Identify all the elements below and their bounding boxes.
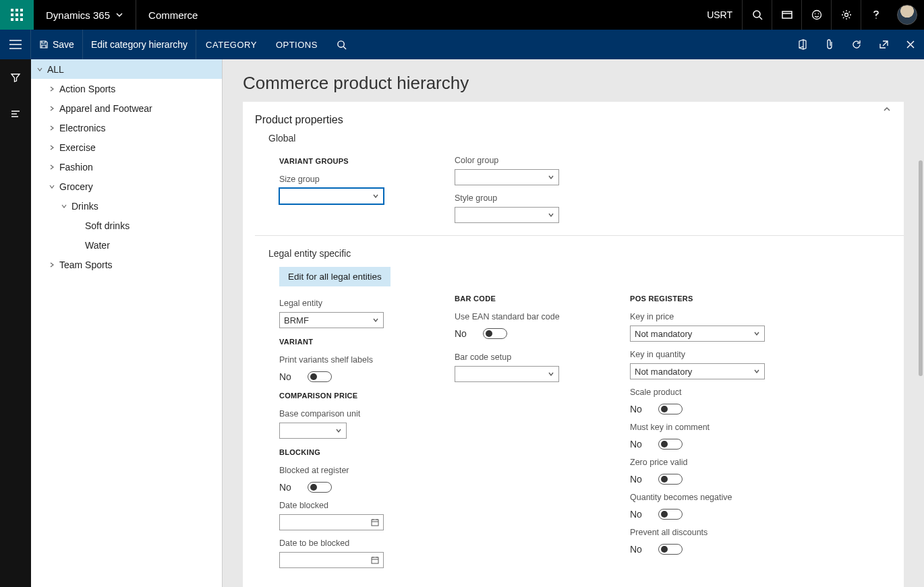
legal-entity-select[interactable]: BRMF [279,312,384,328]
svg-rect-4 [16,13,18,16]
svg-rect-7 [16,18,18,21]
chevron-down-icon [548,371,554,377]
save-icon [39,40,49,49]
color-group-select[interactable] [455,169,559,185]
svg-rect-6 [11,18,13,21]
company-picker[interactable]: USRT [697,9,742,20]
style-group-select[interactable] [455,207,559,223]
base-comparison-unit-select[interactable] [279,423,347,439]
label-print-variants: Print variants shelf labels [279,355,394,365]
save-button[interactable]: Save [31,30,83,59]
office-icon[interactable] [789,30,816,59]
toggle-value: No [630,544,649,555]
group-variant-groups: VARIANT GROUPS [279,157,394,165]
collapse-icon[interactable] [882,104,892,114]
label-key-in-quantity: Key in quantity [630,350,772,359]
tree-item-apparel[interactable]: Apparel and Footwear [31,98,222,118]
category-tree: ALL Action Sports Apparel and Footwear E… [31,59,223,587]
scrollbar-thumb[interactable] [919,160,923,376]
blocked-at-register-toggle[interactable] [308,482,332,493]
toggle-value: No [630,404,649,414]
nav-hamburger[interactable] [0,30,31,59]
chevron-down-icon [335,427,342,434]
search-icon[interactable] [742,0,772,30]
print-variants-toggle[interactable] [308,371,332,382]
cmdbar-search[interactable] [327,30,356,59]
group-blocking: BLOCKING [279,448,394,456]
tree-item-soft-drinks[interactable]: Soft drinks [31,216,222,235]
chevron-right-icon [47,260,57,270]
bar-code-setup-select[interactable] [455,366,559,382]
product-properties-card: Product properties Global VARIANT GROUPS… [243,102,904,587]
user-avatar[interactable] [897,5,917,25]
svg-point-15 [817,13,819,15]
messages-icon[interactable] [772,0,801,30]
label-scale-product: Scale product [630,388,772,397]
tree-root-all[interactable]: ALL [31,59,222,79]
use-ean-toggle[interactable] [483,328,507,339]
edit-all-legal-entities-button[interactable]: Edit for all legal entities [279,267,391,286]
popout-icon[interactable] [870,30,897,59]
svg-line-10 [759,17,762,20]
qty-negative-toggle[interactable] [658,509,683,520]
key-in-price-select[interactable]: Not mandatory [630,326,765,342]
help-icon[interactable] [861,0,890,30]
chevron-down-icon [47,182,57,191]
gear-icon[interactable] [831,0,861,30]
svg-rect-5 [20,13,23,16]
toggle-value: No [630,439,649,450]
module-name: Commerce [136,9,210,21]
label-color-group: Color group [455,156,569,165]
app-switcher[interactable]: Dynamics 365 [34,0,136,30]
scale-product-toggle[interactable] [658,404,683,414]
tab-category[interactable]: CATEGORY [196,30,266,59]
edit-category-hierarchy-button[interactable]: Edit category hierarchy [83,30,196,59]
group-comparison-price: COMPARISON PRICE [279,392,394,400]
must-key-comment-toggle[interactable] [658,439,683,450]
prevent-discounts-toggle[interactable] [658,544,683,555]
subsection-global: Global [268,133,904,144]
refresh-icon[interactable] [843,30,870,59]
left-rail [0,59,31,587]
svg-point-9 [753,11,760,18]
chevron-right-icon [47,123,57,133]
tree-item-fashion[interactable]: Fashion [31,157,222,177]
label-base-comparison-unit: Base comparison unit [279,409,394,419]
close-icon[interactable] [897,30,924,59]
smiley-icon[interactable] [801,0,831,30]
svg-rect-2 [20,9,23,11]
chevron-down-icon [372,317,379,323]
chevron-right-icon [47,84,57,94]
tree-item-team-sports[interactable]: Team Sports [31,255,222,274]
tree-item-action-sports[interactable]: Action Sports [31,79,222,98]
label-blocked-at-register: Blocked at register [279,466,394,475]
label-prevent-discounts: Prevent all discounts [630,528,772,537]
label-bar-code-setup: Bar code setup [455,352,569,362]
calendar-icon [371,556,379,564]
chevron-down-icon [35,65,45,74]
chevron-down-icon [372,193,379,199]
tree-item-grocery[interactable]: Grocery [31,177,222,196]
svg-rect-1 [16,9,18,11]
filter-icon[interactable] [0,66,31,89]
chevron-right-icon [47,162,57,172]
label-must-key-comment: Must key in comment [630,423,772,432]
date-to-be-blocked-input[interactable] [279,552,384,568]
search-icon [337,40,347,50]
tree-item-water[interactable]: Water [31,235,222,255]
svg-point-13 [812,11,821,20]
tree-item-exercise[interactable]: Exercise [31,137,222,157]
waffle-app-launcher[interactable] [0,0,34,30]
svg-rect-28 [372,520,378,526]
tree-item-electronics[interactable]: Electronics [31,118,222,137]
zero-price-valid-toggle[interactable] [658,474,683,485]
date-blocked-input[interactable] [279,514,384,530]
related-icon[interactable] [0,102,31,125]
tab-options[interactable]: OPTIONS [266,30,327,59]
tree-item-drinks[interactable]: Drinks [31,196,222,216]
size-group-select[interactable] [279,188,384,204]
toggle-value: No [630,509,649,520]
section-product-properties: Product properties [255,114,904,126]
attachment-icon[interactable] [816,30,843,59]
key-in-quantity-select[interactable]: Not mandatory [630,363,765,379]
